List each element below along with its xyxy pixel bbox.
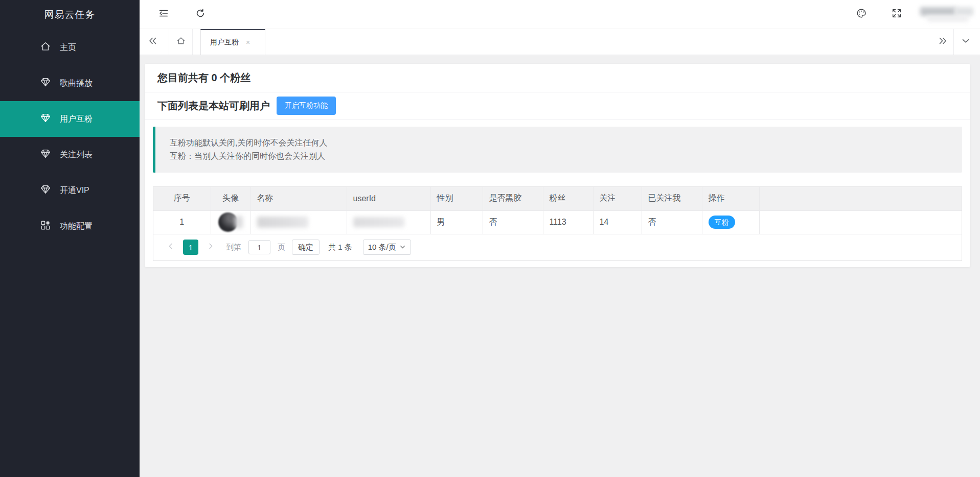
list-title-section: 下面列表是本站可刷用户 开启互粉功能 — [145, 92, 970, 120]
chevron-right-icon — [207, 242, 215, 252]
cell-gender: 男 — [430, 210, 483, 234]
main-area: 用户互粉 × 您目前共有 0 个粉丝 下面列表是本站可刷用户 开启互粉功能 — [140, 0, 980, 477]
tabs-scroll-left-button[interactable] — [145, 34, 161, 50]
tabbar: 用户互粉 × — [140, 29, 980, 55]
sidebar-item-function-config[interactable]: 功能配置 — [0, 208, 140, 244]
total-count-label: 共 1 条 — [328, 243, 352, 252]
avatar-blur-smudge — [235, 216, 243, 228]
close-tab-icon[interactable]: × — [246, 39, 250, 46]
cell-followed-me: 否 — [642, 210, 702, 234]
sidebar-item-label: 歌曲播放 — [60, 78, 93, 89]
header-vinyl: 是否黑胶 — [483, 187, 543, 210]
collapse-sidebar-button[interactable] — [157, 8, 170, 21]
header-empty — [759, 187, 962, 210]
name-redacted-blur — [257, 217, 308, 228]
cell-follows: 14 — [593, 210, 642, 234]
userid-redacted-blur — [353, 217, 404, 227]
list-title-heading: 下面列表是本站可刷用户 — [157, 99, 270, 113]
users-table-container: 序号 头像 名称 userId 性别 是否黑胶 粉丝 关注 已关注我 操作 — [153, 186, 962, 261]
avatar-blur-block — [927, 16, 968, 21]
sidebar-item-vip[interactable]: 开通VIP — [0, 173, 140, 208]
sidebar: 网易云任务 主页 歌曲播放 用户互粉 关注列表 开通VIP — [0, 0, 140, 477]
goto-page-input[interactable] — [248, 240, 270, 254]
user-avatar[interactable] — [920, 6, 974, 22]
mutual-follow-card: 您目前共有 0 个粉丝 下面列表是本站可刷用户 开启互粉功能 互粉功能默认关闭,… — [145, 64, 970, 267]
cell-empty — [759, 210, 962, 234]
goto-page-label: 到第 — [226, 243, 241, 252]
sidebar-item-label: 功能配置 — [60, 221, 93, 232]
header-index: 序号 — [153, 187, 211, 210]
sidebar-item-mutual-follow[interactable]: 用户互粉 — [0, 101, 140, 137]
sidebar-item-follow-list[interactable]: 关注列表 — [0, 137, 140, 173]
next-page-button[interactable] — [207, 242, 215, 252]
refresh-icon — [195, 8, 206, 21]
cell-fans: 1113 — [543, 210, 593, 234]
tab-label: 用户互粉 — [210, 38, 239, 47]
page-size-select[interactable]: 10 条/页 — [363, 240, 411, 255]
tab-home[interactable] — [169, 29, 193, 55]
current-page-button[interactable]: 1 — [183, 240, 198, 255]
header-follows: 关注 — [593, 187, 642, 210]
home-icon — [40, 41, 51, 54]
users-table: 序号 头像 名称 userId 性别 是否黑胶 粉丝 关注 已关注我 操作 — [153, 187, 962, 234]
tabs-menu-button[interactable] — [958, 34, 973, 50]
gem-icon — [40, 77, 51, 90]
chevron-left-icon — [167, 242, 175, 252]
page-content: 您目前共有 0 个粉丝 下面列表是本站可刷用户 开启互粉功能 互粉功能默认关闭,… — [140, 55, 980, 477]
header-avatar: 头像 — [211, 187, 250, 210]
prev-page-button[interactable] — [167, 242, 175, 252]
gem-icon — [40, 184, 51, 197]
cell-avatar — [211, 210, 250, 234]
theme-button[interactable] — [855, 8, 868, 21]
double-chevron-right-icon — [937, 35, 948, 49]
confirm-page-button[interactable]: 确定 — [292, 240, 320, 255]
cell-name — [250, 210, 347, 234]
pagination-bar: 1 到第 页 确定 共 1 条 10 条/页 — [153, 234, 962, 260]
fans-summary-heading: 您目前共有 0 个粉丝 — [157, 71, 250, 85]
notice-box: 互粉功能默认关闭,关闭时你不会关注任何人 互粉：当别人关注你的同时你也会关注别人 — [153, 127, 962, 173]
menu-fold-icon — [158, 8, 169, 21]
cell-action: 互粉 — [702, 210, 759, 234]
cell-index: 1 — [153, 210, 211, 234]
enable-mutual-follow-button[interactable]: 开启互粉功能 — [277, 97, 336, 115]
sidebar-item-label: 关注列表 — [60, 150, 93, 160]
header-fans: 粉丝 — [543, 187, 593, 210]
sidebar-item-home[interactable]: 主页 — [0, 30, 140, 65]
mutual-follow-action-button[interactable]: 互粉 — [709, 216, 735, 229]
fullscreen-icon — [891, 8, 902, 21]
fullscreen-button[interactable] — [890, 8, 903, 21]
gem-icon — [40, 148, 51, 161]
sidebar-menu: 主页 歌曲播放 用户互粉 关注列表 开通VIP 功能配置 — [0, 30, 140, 244]
gem-icon — [40, 112, 51, 126]
sidebar-item-label: 用户互粉 — [60, 114, 93, 125]
header-action: 操作 — [702, 187, 759, 210]
refresh-button[interactable] — [194, 8, 207, 21]
sidebar-item-song-play[interactable]: 歌曲播放 — [0, 65, 140, 101]
avatar-blur-block — [920, 7, 956, 16]
double-chevron-left-icon — [147, 35, 158, 49]
header-userid: userId — [347, 187, 430, 210]
widgets-icon — [40, 220, 51, 233]
tab-mutual-follow[interactable]: 用户互粉 × — [200, 29, 265, 55]
chevron-down-icon — [396, 243, 406, 252]
cell-vinyl: 否 — [483, 210, 543, 234]
notice-line-2: 互粉：当别人关注你的同时你也会关注别人 — [170, 150, 962, 163]
home-icon — [176, 36, 186, 47]
table-row: 1 男 否 — [153, 210, 962, 234]
header-followed-me: 已关注我 — [642, 187, 702, 210]
cell-userid — [347, 210, 430, 234]
page-size-value: 10 条/页 — [368, 243, 396, 252]
sidebar-item-label: 开通VIP — [60, 185, 89, 196]
header-gender: 性别 — [430, 187, 483, 210]
app-title: 网易云任务 — [0, 0, 140, 30]
palette-icon — [856, 8, 867, 21]
table-header-row: 序号 头像 名称 userId 性别 是否黑胶 粉丝 关注 已关注我 操作 — [153, 187, 962, 210]
avatar-blur-block — [955, 7, 973, 16]
sidebar-item-label: 主页 — [60, 42, 76, 53]
page-unit-label: 页 — [278, 243, 285, 252]
notice-line-1: 互粉功能默认关闭,关闭时你不会关注任何人 — [170, 136, 962, 150]
app-root: 网易云任务 主页 歌曲播放 用户互粉 关注列表 开通VIP — [0, 0, 980, 477]
tabs-scroll-right-button[interactable] — [935, 34, 950, 50]
chevron-down-icon — [960, 35, 971, 49]
header-name: 名称 — [250, 187, 347, 210]
